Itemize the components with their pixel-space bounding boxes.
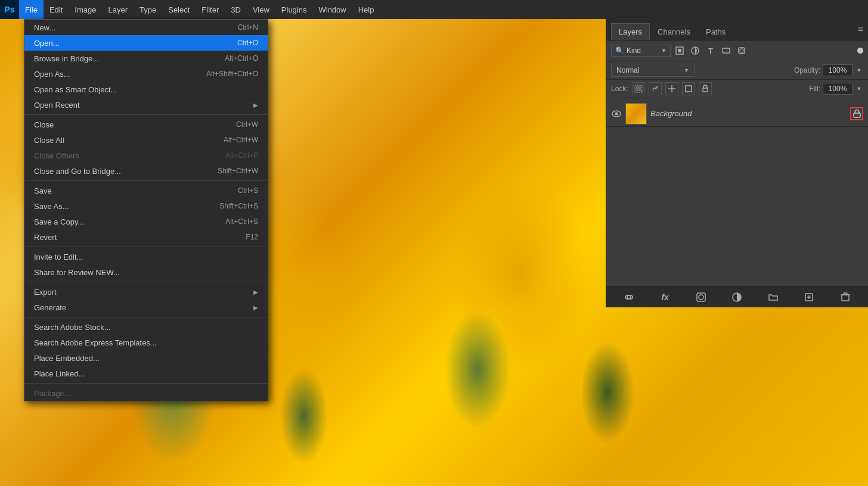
link-layers-btn[interactable]: [621, 289, 637, 306]
white-dot-btn[interactable]: [857, 48, 863, 54]
separator-4: [24, 282, 268, 282]
menu-item-adobe-stock[interactable]: Search Adobe Stock...: [24, 319, 268, 335]
shape-filter-btn[interactable]: [720, 44, 733, 57]
panel-menu-button[interactable]: ≡: [858, 24, 863, 35]
layer-visibility-eye[interactable]: [611, 108, 622, 119]
smart-filter-btn[interactable]: [735, 44, 748, 57]
menu-type[interactable]: Type: [134, 0, 162, 19]
pixel-filter-btn[interactable]: [673, 44, 686, 57]
create-adjustment-layer-btn[interactable]: [728, 289, 745, 306]
lock-position-btn[interactable]: [665, 82, 678, 95]
layers-panel: Layers Channels Paths ≡ 🔍 Kind ▼ T: [606, 19, 868, 307]
menu-item-place-embedded[interactable]: Place Embedded...: [24, 350, 268, 366]
add-layer-style-btn[interactable]: fx: [657, 289, 674, 306]
layer-name: Background: [650, 109, 847, 118]
layers-list: Background: [606, 98, 868, 129]
blend-mode-dropdown[interactable]: Normal ▼: [611, 64, 695, 77]
menu-item-close-bridge[interactable]: Close and Go to Bridge... Shift+Ctrl+W: [24, 163, 268, 179]
svg-rect-11: [703, 88, 708, 92]
layers-blending-row: Normal ▼ Opacity: 100% ▼: [606, 61, 868, 80]
menubar: Ps File Edit Image Layer Type Select Fil…: [0, 0, 868, 19]
menu-item-close-all[interactable]: Close All Alt+Ctrl+W: [24, 132, 268, 148]
menu-item-close-others: Close Others Alt+Ctrl+P: [24, 148, 268, 163]
menu-layer[interactable]: Layer: [103, 0, 134, 19]
svg-point-16: [699, 295, 703, 300]
opacity-label: Opacity:: [794, 66, 820, 74]
fill-label: Fill:: [809, 85, 820, 93]
menu-view[interactable]: View: [247, 0, 275, 19]
menu-item-export[interactable]: Export ▶: [24, 284, 268, 300]
blend-mode-arrow: ▼: [684, 67, 689, 73]
menu-filter[interactable]: Filter: [196, 0, 225, 19]
fill-dropdown-btn[interactable]: ▼: [855, 82, 863, 95]
lock-all-btn[interactable]: [699, 82, 712, 95]
menu-image[interactable]: Image: [69, 0, 102, 19]
lock-label: Lock:: [611, 85, 628, 93]
menu-select[interactable]: Select: [162, 0, 196, 19]
fill-section: Fill: 100% ▼: [809, 82, 863, 95]
menu-help[interactable]: Help: [352, 0, 380, 19]
svg-rect-15: [697, 293, 705, 301]
separator-6: [24, 383, 268, 384]
fill-input[interactable]: 100%: [823, 83, 852, 95]
layers-kind-toolbar: 🔍 Kind ▼ T: [606, 40, 868, 61]
menu-item-place-linked[interactable]: Place Linked...: [24, 366, 268, 381]
adjustment-filter-btn[interactable]: [689, 44, 702, 57]
menu-item-invite[interactable]: Invite to Edit...: [24, 249, 268, 264]
svg-rect-14: [854, 113, 860, 117]
svg-rect-7: [636, 86, 641, 91]
layer-lock-icon[interactable]: [850, 107, 863, 120]
kind-dropdown-arrow: ▼: [661, 48, 666, 54]
lock-artboard-btn[interactable]: [682, 82, 695, 95]
create-group-btn[interactable]: [765, 289, 782, 306]
menu-item-share[interactable]: Share for Review NEW...: [24, 264, 268, 280]
menu-item-close[interactable]: Close Ctrl+W: [24, 117, 268, 132]
svg-rect-21: [842, 295, 849, 301]
menu-item-package: Package...: [24, 385, 268, 401]
lock-transparent-btn[interactable]: [632, 82, 645, 95]
menu-item-save-as[interactable]: Save As... Shift+Ctrl+S: [24, 198, 268, 214]
menu-item-browse[interactable]: Browse in Bridge... Alt+Ctrl+O: [24, 51, 268, 66]
menu-item-open-smart[interactable]: Open as Smart Object...: [24, 82, 268, 97]
menu-plugins[interactable]: Plugins: [275, 0, 313, 19]
menu-item-new[interactable]: New... Ctrl+N: [24, 20, 268, 35]
menu-3d[interactable]: 3D: [225, 0, 247, 19]
svg-rect-10: [686, 86, 692, 92]
separator-1: [24, 114, 268, 115]
add-layer-mask-btn[interactable]: [693, 289, 709, 306]
layers-panel-tabs: Layers Channels Paths ≡: [606, 19, 868, 40]
menu-item-open-recent[interactable]: Open Recent ▶: [24, 97, 268, 113]
menu-item-open-as[interactable]: Open As... Alt+Shift+Ctrl+O: [24, 66, 268, 82]
delete-layer-btn[interactable]: [837, 289, 854, 306]
menu-edit[interactable]: Edit: [44, 0, 69, 19]
opacity-dropdown-btn[interactable]: ▼: [855, 64, 863, 77]
opacity-input[interactable]: 100%: [823, 64, 852, 76]
separator-3: [24, 247, 268, 247]
tab-paths[interactable]: Paths: [698, 23, 733, 40]
separator-2: [24, 180, 268, 181]
menu-item-save[interactable]: Save Ctrl+S: [24, 183, 268, 198]
layers-lock-row: Lock: Fill: 100% ▼: [606, 80, 868, 98]
kind-dropdown[interactable]: 🔍 Kind ▼: [611, 45, 671, 57]
layers-panel-bottom: fx: [606, 286, 868, 307]
menu-item-revert[interactable]: Revert F12: [24, 229, 268, 245]
app-logo: Ps: [0, 0, 19, 19]
menu-item-adobe-express[interactable]: Search Adobe Express Templates...: [24, 335, 268, 350]
tab-channels[interactable]: Channels: [650, 23, 698, 40]
menu-window[interactable]: Window: [312, 0, 352, 19]
svg-rect-5: [740, 49, 743, 52]
file-menu-dropdown: New... Ctrl+N Open... Ctrl+O Browse in B…: [24, 19, 268, 401]
menu-file[interactable]: File: [19, 0, 44, 19]
menu-item-generate[interactable]: Generate ▶: [24, 300, 268, 315]
lock-paint-btn[interactable]: [649, 82, 662, 95]
svg-rect-1: [678, 49, 681, 52]
layer-row-background[interactable]: Background: [606, 101, 868, 127]
menu-item-open[interactable]: Open... Ctrl+O: [24, 35, 268, 51]
search-icon: 🔍: [615, 46, 624, 55]
type-filter-btn[interactable]: T: [704, 44, 717, 57]
opacity-section: Opacity: 100% ▼: [794, 64, 863, 77]
tab-layers[interactable]: Layers: [611, 23, 650, 40]
menu-item-save-copy[interactable]: Save a Copy... Alt+Ctrl+S: [24, 214, 268, 229]
svg-rect-3: [723, 48, 730, 53]
new-layer-btn[interactable]: [801, 289, 817, 306]
